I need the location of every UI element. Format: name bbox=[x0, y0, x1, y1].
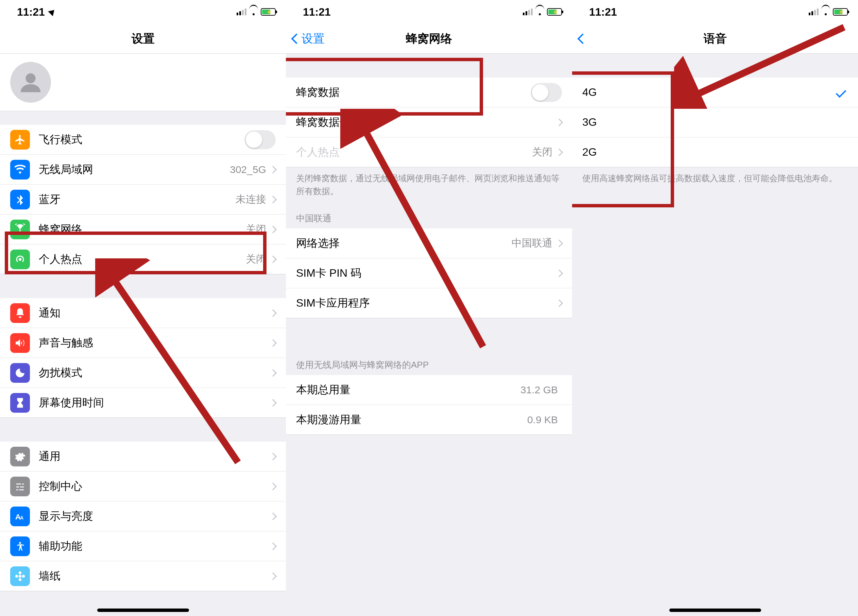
settings-root-pane: 11:21 ⚡ 设置 飞行模式无线局域网302_5G蓝牙未连接蜂窝网络关闭个人热… bbox=[0, 0, 286, 616]
row-detail: 0.9 KB bbox=[527, 414, 558, 426]
settings-row-access[interactable]: 辅助功能 bbox=[0, 531, 286, 561]
gear-icon bbox=[10, 447, 30, 467]
row-label: 个人热点 bbox=[296, 145, 532, 160]
row[interactable]: 蜂窝数据 bbox=[286, 78, 572, 107]
chevron-right-icon bbox=[269, 542, 277, 550]
status-bar: 11:21 ⚡ bbox=[572, 0, 858, 24]
chevron-right-icon bbox=[555, 299, 563, 307]
wifi-icon bbox=[821, 8, 830, 15]
nav-bar: 语音 bbox=[572, 24, 858, 54]
svg-point-4 bbox=[19, 542, 21, 544]
row[interactable]: SIM卡 PIN 码 bbox=[286, 258, 572, 288]
svg-point-7 bbox=[19, 578, 22, 581]
chevron-right-icon bbox=[269, 196, 277, 203]
wifi-icon bbox=[249, 8, 258, 15]
row-label: 蜂窝网络 bbox=[39, 222, 246, 237]
toggle[interactable] bbox=[244, 130, 276, 149]
wifi-icon bbox=[535, 8, 544, 15]
svg-text:A: A bbox=[20, 515, 23, 520]
settings-row-airplane[interactable]: 飞行模式 bbox=[0, 125, 286, 155]
chevron-right-icon bbox=[269, 512, 277, 520]
voice-settings-pane: 11:21 ⚡ 语音 4G3G2G 使用高速蜂窝网络虽可提高数据载入速度，但可能… bbox=[572, 0, 858, 616]
row-label: 显示与亮度 bbox=[39, 509, 270, 524]
nav-title: 设置 bbox=[132, 31, 155, 47]
row[interactable]: 网络选择中国联通 bbox=[286, 229, 572, 258]
row[interactable]: SIM卡应用程序 bbox=[286, 288, 572, 318]
nav-title: 蜂窝网络 bbox=[406, 31, 452, 47]
home-indicator bbox=[97, 608, 189, 612]
row-label: 辅助功能 bbox=[39, 539, 270, 554]
nav-bar: 设置 bbox=[0, 24, 286, 54]
status-time: 11:21 bbox=[17, 6, 45, 19]
signal-icon bbox=[236, 8, 246, 15]
chevron-right-icon bbox=[269, 482, 277, 490]
nav-title: 语音 bbox=[704, 31, 727, 47]
back-button[interactable] bbox=[579, 24, 586, 53]
checkmark-icon bbox=[836, 87, 846, 98]
voice-option[interactable]: 3G bbox=[572, 107, 858, 137]
cellular-off-note: 关闭蜂窝数据，通过无线局域网使用电子邮件、网页浏览和推送通知等所有数据。 bbox=[286, 167, 572, 202]
row-label: 个人热点 bbox=[39, 252, 246, 267]
chevron-left-icon bbox=[291, 33, 302, 44]
chevron-right-icon bbox=[269, 339, 277, 347]
chevron-right-icon bbox=[555, 240, 563, 247]
row-label: 勿扰模式 bbox=[39, 366, 270, 380]
hourglass-icon bbox=[10, 393, 30, 413]
svg-point-9 bbox=[22, 574, 25, 577]
row: 本期总用量31.2 GB bbox=[286, 375, 572, 405]
toggle[interactable] bbox=[531, 83, 562, 102]
settings-row-wifi[interactable]: 无线局域网302_5G bbox=[0, 155, 286, 185]
status-time: 11:21 bbox=[589, 6, 617, 19]
settings-row-antenna[interactable]: 蜂窝网络关闭 bbox=[0, 215, 286, 244]
row[interactable]: 蜂窝数据选项 bbox=[286, 107, 572, 137]
carrier-header: 中国联通 bbox=[286, 202, 572, 229]
settings-row-gear[interactable]: 通用 bbox=[0, 442, 286, 471]
voice-note: 使用高速蜂窝网络虽可提高数据载入速度，但可能会降低电池寿命。 bbox=[572, 167, 858, 190]
row-label: 通知 bbox=[39, 306, 270, 320]
back-label: 设置 bbox=[302, 31, 325, 47]
settings-row-aa[interactable]: AA显示与亮度 bbox=[0, 501, 286, 531]
settings-row-bluetooth[interactable]: 蓝牙未连接 bbox=[0, 185, 286, 215]
row-label: SIM卡 PIN 码 bbox=[296, 266, 556, 281]
battery-icon: ⚡ bbox=[833, 8, 848, 16]
settings-row-flower[interactable]: 墙纸 bbox=[0, 561, 286, 591]
row-detail: 关闭 bbox=[532, 145, 552, 159]
chevron-right-icon bbox=[269, 369, 277, 376]
row[interactable]: 个人热点关闭 bbox=[286, 137, 572, 167]
voice-option[interactable]: 4G bbox=[572, 78, 858, 107]
chevron-right-icon bbox=[555, 118, 563, 126]
signal-icon bbox=[809, 8, 819, 15]
battery-icon: ⚡ bbox=[547, 8, 562, 16]
row-label: 网络选择 bbox=[296, 236, 511, 251]
row-label: 通用 bbox=[39, 449, 270, 464]
settings-row-hotspot[interactable]: 个人热点关闭 bbox=[0, 244, 286, 274]
row-label: 飞行模式 bbox=[39, 132, 244, 147]
row-detail: 关闭 bbox=[246, 222, 266, 236]
row-label: SIM卡应用程序 bbox=[296, 296, 556, 311]
row-detail: 中国联通 bbox=[511, 236, 552, 250]
settings-row-sliders[interactable]: 控制中心 bbox=[0, 471, 286, 501]
row: 本期漫游用量0.9 KB bbox=[286, 405, 572, 435]
settings-row-bell[interactable]: 通知 bbox=[0, 298, 286, 328]
row-label: 4G bbox=[582, 86, 836, 99]
settings-row-speaker[interactable]: 声音与触感 bbox=[0, 328, 286, 358]
chevron-right-icon bbox=[269, 453, 277, 460]
avatar-icon bbox=[10, 62, 51, 103]
svg-point-5 bbox=[19, 574, 22, 577]
row-label: 无线局域网 bbox=[39, 162, 230, 177]
chevron-right-icon bbox=[555, 148, 563, 156]
chevron-right-icon bbox=[269, 309, 277, 317]
settings-row-hourglass[interactable]: 屏幕使用时间 bbox=[0, 388, 286, 418]
apps-header: 使用无线局域网与蜂窝网络的APP bbox=[286, 318, 572, 375]
profile-row[interactable] bbox=[0, 54, 286, 111]
settings-row-moon[interactable]: 勿扰模式 bbox=[0, 358, 286, 388]
back-button[interactable]: 设置 bbox=[293, 24, 325, 53]
bluetooth-icon bbox=[10, 190, 30, 209]
location-icon bbox=[48, 8, 56, 16]
voice-option[interactable]: 2G bbox=[572, 137, 858, 167]
nav-bar: 设置 蜂窝网络 bbox=[286, 24, 572, 54]
row-label: 本期总用量 bbox=[296, 383, 521, 397]
row-label: 3G bbox=[582, 116, 848, 129]
row-label: 本期漫游用量 bbox=[296, 412, 527, 427]
battery-icon: ⚡ bbox=[261, 8, 276, 16]
